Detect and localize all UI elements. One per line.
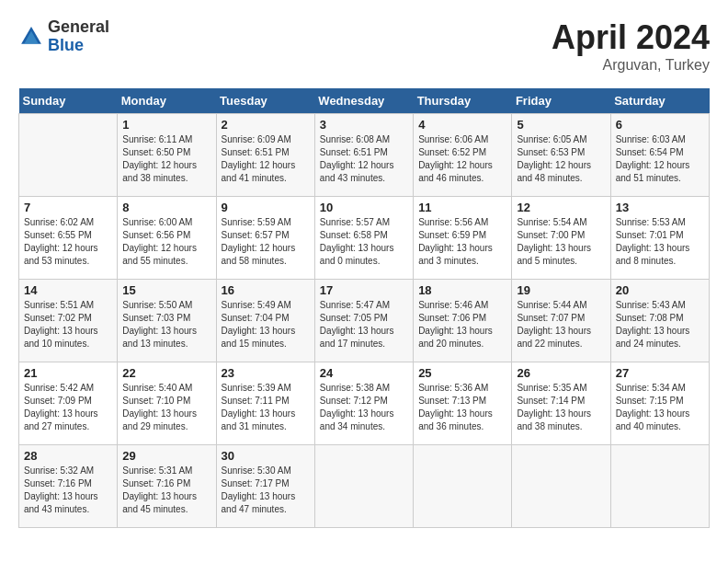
- day-info: Sunrise: 5:54 AMSunset: 7:00 PMDaylight:…: [517, 216, 605, 268]
- day-info: Sunrise: 5:34 AMSunset: 7:15 PMDaylight:…: [616, 382, 704, 433]
- calendar-cell: 4 Sunrise: 6:06 AMSunset: 6:52 PMDayligh…: [414, 114, 512, 197]
- day-info: Sunrise: 5:36 AMSunset: 7:13 PMDaylight:…: [418, 382, 506, 433]
- calendar-table: SundayMondayTuesdayWednesdayThursdayFrid…: [18, 88, 710, 528]
- weekday-header-sunday: Sunday: [19, 88, 118, 114]
- calendar-cell: 1 Sunrise: 6:11 AMSunset: 6:50 PMDayligh…: [118, 114, 216, 197]
- weekday-header-wednesday: Wednesday: [314, 88, 413, 114]
- week-row-4: 21 Sunrise: 5:42 AMSunset: 7:09 PMDaylig…: [19, 362, 710, 445]
- calendar-cell: 19 Sunrise: 5:44 AMSunset: 7:07 PMDaylig…: [512, 280, 610, 362]
- day-number: 26: [517, 366, 605, 380]
- day-number: 7: [24, 201, 112, 214]
- week-row-1: 1 Sunrise: 6:11 AMSunset: 6:50 PMDayligh…: [19, 114, 710, 197]
- calendar-cell: 13 Sunrise: 5:53 AMSunset: 7:01 PMDaylig…: [610, 197, 709, 280]
- calendar-cell: 28 Sunrise: 5:32 AMSunset: 7:16 PMDaylig…: [19, 445, 118, 528]
- day-info: Sunrise: 5:35 AMSunset: 7:14 PMDaylight:…: [517, 382, 605, 433]
- week-row-5: 28 Sunrise: 5:32 AMSunset: 7:16 PMDaylig…: [19, 445, 710, 528]
- day-number: 8: [122, 201, 210, 214]
- day-info: Sunrise: 6:11 AMSunset: 6:50 PMDaylight:…: [122, 133, 210, 185]
- day-info: Sunrise: 5:38 AMSunset: 7:12 PMDaylight:…: [320, 382, 408, 433]
- day-number: 29: [122, 449, 210, 463]
- day-info: Sunrise: 5:51 AMSunset: 7:02 PMDaylight:…: [24, 299, 112, 350]
- day-number: 13: [616, 201, 704, 214]
- calendar-cell: 12 Sunrise: 5:54 AMSunset: 7:00 PMDaylig…: [512, 197, 610, 280]
- calendar-cell: 29 Sunrise: 5:31 AMSunset: 7:16 PMDaylig…: [118, 445, 216, 528]
- day-info: Sunrise: 6:08 AMSunset: 6:51 PMDaylight:…: [320, 133, 408, 185]
- day-number: 10: [320, 201, 408, 214]
- calendar-cell: 11 Sunrise: 5:56 AMSunset: 6:59 PMDaylig…: [414, 197, 512, 280]
- day-number: 19: [517, 283, 605, 297]
- day-info: Sunrise: 5:31 AMSunset: 7:16 PMDaylight:…: [122, 465, 210, 516]
- calendar-cell: 6 Sunrise: 6:03 AMSunset: 6:54 PMDayligh…: [610, 114, 709, 197]
- day-info: Sunrise: 6:00 AMSunset: 6:56 PMDaylight:…: [122, 216, 210, 268]
- day-info: Sunrise: 6:09 AMSunset: 6:51 PMDaylight:…: [222, 133, 310, 185]
- calendar-cell: 10 Sunrise: 5:57 AMSunset: 6:58 PMDaylig…: [314, 197, 413, 280]
- calendar-cell: 25 Sunrise: 5:36 AMSunset: 7:13 PMDaylig…: [414, 362, 512, 445]
- logo-icon: [18, 24, 44, 50]
- calendar-cell: 26 Sunrise: 5:35 AMSunset: 7:14 PMDaylig…: [512, 362, 610, 445]
- weekday-header-tuesday: Tuesday: [216, 88, 314, 114]
- day-info: Sunrise: 5:46 AMSunset: 7:06 PMDaylight:…: [418, 299, 506, 350]
- logo-blue-text: Blue: [48, 36, 84, 54]
- calendar-cell: 21 Sunrise: 5:42 AMSunset: 7:09 PMDaylig…: [19, 362, 118, 445]
- day-number: 2: [222, 118, 310, 132]
- day-info: Sunrise: 5:56 AMSunset: 6:59 PMDaylight:…: [418, 216, 506, 268]
- week-row-2: 7 Sunrise: 6:02 AMSunset: 6:55 PMDayligh…: [19, 197, 710, 280]
- day-info: Sunrise: 5:39 AMSunset: 7:11 PMDaylight:…: [222, 382, 310, 433]
- day-number: 30: [222, 449, 310, 463]
- day-info: Sunrise: 5:43 AMSunset: 7:08 PMDaylight:…: [616, 299, 704, 350]
- calendar-cell: [314, 445, 413, 528]
- day-number: 28: [24, 449, 112, 463]
- calendar-cell: 22 Sunrise: 5:40 AMSunset: 7:10 PMDaylig…: [118, 362, 216, 445]
- day-number: 14: [24, 283, 112, 297]
- calendar-cell: 27 Sunrise: 5:34 AMSunset: 7:15 PMDaylig…: [610, 362, 709, 445]
- day-info: Sunrise: 6:05 AMSunset: 6:53 PMDaylight:…: [517, 133, 605, 185]
- day-number: 17: [320, 283, 408, 297]
- day-number: 23: [222, 366, 310, 380]
- day-number: 4: [418, 118, 506, 132]
- day-number: 21: [24, 366, 112, 380]
- day-number: 1: [122, 118, 210, 132]
- calendar-cell: 17 Sunrise: 5:47 AMSunset: 7:05 PMDaylig…: [314, 280, 413, 362]
- location: Arguvan, Turkey: [552, 57, 710, 74]
- calendar-cell: 20 Sunrise: 5:43 AMSunset: 7:08 PMDaylig…: [610, 280, 709, 362]
- logo: General Blue: [18, 18, 109, 55]
- day-number: 6: [616, 118, 704, 132]
- day-info: Sunrise: 5:59 AMSunset: 6:57 PMDaylight:…: [222, 216, 310, 268]
- day-number: 22: [122, 366, 210, 380]
- calendar-cell: 8 Sunrise: 6:00 AMSunset: 6:56 PMDayligh…: [118, 197, 216, 280]
- day-number: 18: [418, 283, 506, 297]
- calendar-cell: 9 Sunrise: 5:59 AMSunset: 6:57 PMDayligh…: [216, 197, 314, 280]
- day-info: Sunrise: 5:32 AMSunset: 7:16 PMDaylight:…: [24, 465, 112, 516]
- day-info: Sunrise: 5:30 AMSunset: 7:17 PMDaylight:…: [222, 465, 310, 516]
- calendar-cell: 24 Sunrise: 5:38 AMSunset: 7:12 PMDaylig…: [314, 362, 413, 445]
- weekday-header-monday: Monday: [118, 88, 216, 114]
- title-block: April 2024 Arguvan, Turkey: [552, 18, 710, 74]
- day-info: Sunrise: 5:47 AMSunset: 7:05 PMDaylight:…: [320, 299, 408, 350]
- calendar-cell: 7 Sunrise: 6:02 AMSunset: 6:55 PMDayligh…: [19, 197, 118, 280]
- week-row-3: 14 Sunrise: 5:51 AMSunset: 7:02 PMDaylig…: [19, 280, 710, 362]
- day-info: Sunrise: 5:53 AMSunset: 7:01 PMDaylight:…: [616, 216, 704, 268]
- calendar-cell: [19, 114, 118, 197]
- calendar-cell: [512, 445, 610, 528]
- calendar-cell: 18 Sunrise: 5:46 AMSunset: 7:06 PMDaylig…: [414, 280, 512, 362]
- weekday-header-row: SundayMondayTuesdayWednesdayThursdayFrid…: [19, 88, 710, 114]
- day-number: 27: [616, 366, 704, 380]
- day-info: Sunrise: 6:03 AMSunset: 6:54 PMDaylight:…: [616, 133, 704, 185]
- calendar-cell: 30 Sunrise: 5:30 AMSunset: 7:17 PMDaylig…: [216, 445, 314, 528]
- day-number: 20: [616, 283, 704, 297]
- calendar-cell: 2 Sunrise: 6:09 AMSunset: 6:51 PMDayligh…: [216, 114, 314, 197]
- day-number: 3: [320, 118, 408, 132]
- calendar-cell: [610, 445, 709, 528]
- day-number: 24: [320, 366, 408, 380]
- calendar-cell: 15 Sunrise: 5:50 AMSunset: 7:03 PMDaylig…: [118, 280, 216, 362]
- calendar-cell: 14 Sunrise: 5:51 AMSunset: 7:02 PMDaylig…: [19, 280, 118, 362]
- calendar-cell: [414, 445, 512, 528]
- day-info: Sunrise: 5:57 AMSunset: 6:58 PMDaylight:…: [320, 216, 408, 268]
- day-number: 15: [122, 283, 210, 297]
- day-info: Sunrise: 5:40 AMSunset: 7:10 PMDaylight:…: [122, 382, 210, 433]
- day-number: 5: [517, 118, 605, 132]
- calendar-cell: 23 Sunrise: 5:39 AMSunset: 7:11 PMDaylig…: [216, 362, 314, 445]
- calendar-cell: 3 Sunrise: 6:08 AMSunset: 6:51 PMDayligh…: [314, 114, 413, 197]
- day-info: Sunrise: 5:42 AMSunset: 7:09 PMDaylight:…: [24, 382, 112, 433]
- day-number: 16: [222, 283, 310, 297]
